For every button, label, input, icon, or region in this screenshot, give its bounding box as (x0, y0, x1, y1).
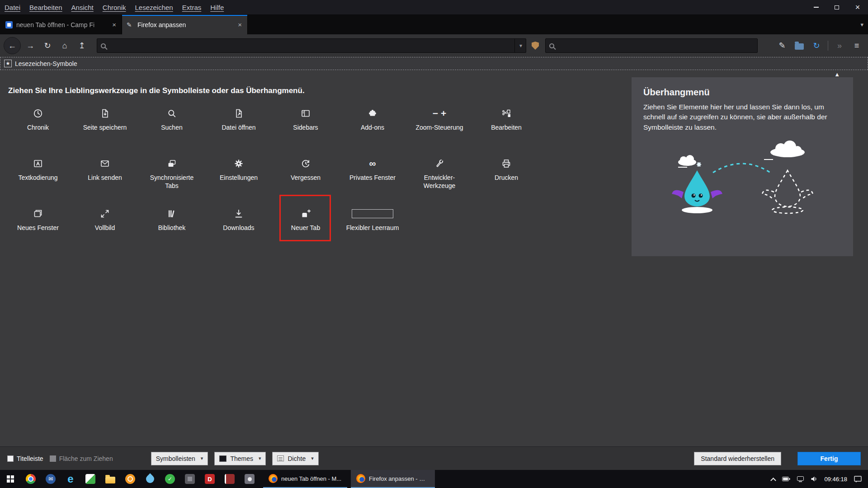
menu-lesezeichen[interactable]: Lesezeichen (130, 0, 177, 15)
taskbar-edge[interactable]: e (61, 470, 80, 488)
back-button[interactable]: ← (4, 37, 21, 54)
tab-favicon (5, 21, 13, 28)
menu-ansicht[interactable]: Ansicht (67, 0, 98, 15)
customize-instruction: Ziehen Sie Ihre Lieblingswerkzeuge in di… (8, 86, 305, 95)
menu-chronik[interactable]: Chronik (98, 0, 131, 15)
search-input[interactable] (558, 42, 754, 49)
network-icon[interactable] (797, 476, 804, 482)
taskbar-gray-app[interactable] (180, 470, 200, 488)
restore-defaults-button[interactable]: Standard wiederherstellen (694, 452, 781, 465)
hidden-icons-chevron-icon[interactable] (771, 477, 777, 483)
start-button[interactable] (0, 470, 21, 488)
folder-icon (795, 43, 804, 50)
url-bar[interactable]: ▾ (97, 38, 526, 53)
tool-neues-fenster[interactable]: Neues Fenster (5, 204, 71, 254)
action-center-icon[interactable] (854, 476, 862, 483)
dragspace-checkbox[interactable] (50, 455, 56, 462)
overflow-panel-description: Ziehen Sie Elemente hier her und lassen … (643, 102, 841, 132)
tool-suchen[interactable]: Suchen (138, 103, 205, 154)
scroll-up-arrow-icon[interactable]: ▲ (834, 71, 840, 78)
tab-camp-firefox[interactable]: neuen Tab öffnen - Camp Fi × (1, 15, 122, 34)
battery-icon[interactable] (782, 477, 790, 481)
firefox-icon (356, 474, 365, 483)
taskbar-search-app[interactable] (120, 470, 140, 488)
tool-datei-oeffnen[interactable]: Datei öffnen (205, 103, 272, 154)
search-icon (101, 43, 106, 48)
overflow-chevrons-icon[interactable]: » (832, 38, 847, 53)
taskbar-d-app[interactable]: D (200, 470, 220, 488)
chevron-down-icon: ▾ (311, 455, 314, 461)
maximize-icon (835, 5, 839, 9)
search-bar[interactable] (545, 38, 758, 53)
taskbar-check-app[interactable]: ✓ (160, 470, 180, 488)
ublock-shield-icon[interactable] (532, 42, 539, 50)
menu-hilfe[interactable]: Hilfe (206, 0, 228, 15)
minimize-button[interactable] (806, 0, 826, 15)
tool-chronik[interactable]: Chronik (5, 103, 71, 154)
tool-flexibler-leerraum[interactable]: Flexibler Leerraum (339, 204, 406, 254)
tool-textkodierung[interactable]: Textkodierung (5, 154, 71, 204)
taskbar-clock[interactable]: 09:46:18 (824, 476, 847, 483)
tool-privates-fenster[interactable]: ∞ Privates Fenster (339, 154, 406, 204)
toolbars-dropdown[interactable]: Symbolleisten ▾ (151, 452, 208, 465)
url-dropdown-chevron-icon[interactable]: ▾ (514, 39, 522, 52)
taskbar-capture-app[interactable] (240, 470, 259, 488)
volume-icon[interactable] (811, 476, 817, 482)
taskbar-file-explorer[interactable] (100, 470, 120, 488)
save-to-toolbar-button[interactable]: ↥ (74, 38, 90, 53)
sync-button[interactable]: ↻ (809, 38, 824, 53)
density-dropdown[interactable]: Dichte ▾ (272, 452, 318, 465)
reload-button[interactable]: ↻ (40, 38, 55, 53)
taskbar-thunderbird[interactable]: ✉ (41, 470, 61, 488)
new-window-icon (33, 207, 43, 220)
tool-entwickler-werkzeuge[interactable]: Entwickler-Werkzeuge (406, 154, 473, 204)
tool-link-senden[interactable]: Link senden (71, 154, 138, 204)
bookmarks-star-icon: ★ (4, 60, 12, 67)
titlebar-checkbox[interactable] (7, 455, 14, 462)
close-window-button[interactable]: × (847, 0, 868, 15)
close-tab-icon[interactable]: × (111, 21, 117, 28)
taskbar-chrome[interactable] (21, 470, 41, 488)
themes-dropdown[interactable]: Themes ▾ (214, 452, 266, 465)
gray-app-icon (185, 474, 195, 484)
taskbar-window-firefox-2[interactable]: Firefox anpassen - Mo... (351, 470, 435, 488)
notes-pencil-icon[interactable]: ✎ (774, 38, 790, 53)
tool-seite-speichern[interactable]: Seite speichern (71, 103, 138, 154)
menu-datei[interactable]: Datei (0, 0, 25, 15)
tool-zoom-steuerung[interactable]: − + Zoom-Steuerung (406, 103, 473, 154)
minimize-icon (814, 7, 819, 8)
menu-hamburger-button[interactable]: ≡ (849, 38, 864, 53)
folder-button[interactable] (792, 38, 807, 53)
green-check-icon: ✓ (165, 474, 175, 484)
done-button[interactable]: Fertig (797, 452, 861, 465)
taskbar-window-firefox-1[interactable]: neuen Tab öffnen - M... (263, 470, 347, 488)
tool-downloads[interactable]: Downloads (205, 204, 272, 254)
bookmarks-symbols-item[interactable]: Lesezeichen-Symbole (15, 60, 77, 67)
taskbar-feather-app[interactable] (140, 470, 160, 488)
overflow-illustration (643, 139, 841, 218)
tool-sidebars[interactable]: Sidebars (272, 103, 339, 154)
tool-synchronisierte-tabs[interactable]: Synchronisierte Tabs (138, 154, 205, 204)
tab-firefox-anpassen[interactable]: ✎ Firefox anpassen × (122, 15, 248, 34)
tool-bearbeiten[interactable]: Bearbeiten (473, 103, 540, 154)
menu-extras[interactable]: Extras (178, 0, 206, 15)
tool-drucken[interactable]: Drucken (473, 154, 540, 204)
customize-brush-icon: ✎ (127, 21, 134, 28)
close-tab-icon[interactable]: × (237, 21, 243, 28)
dragspace-checkbox-group[interactable]: Fläche zum Ziehen (50, 455, 113, 462)
forward-button[interactable]: → (23, 38, 38, 53)
menu-bearbeiten[interactable]: Bearbeiten (25, 0, 67, 15)
tool-bibliothek[interactable]: Bibliothek (138, 204, 205, 254)
maximize-button[interactable] (826, 0, 847, 15)
tool-vollbild[interactable]: Vollbild (71, 204, 138, 254)
tool-einstellungen[interactable]: Einstellungen (205, 154, 272, 204)
tool-addons[interactable]: Add-ons (339, 103, 406, 154)
taskbar-book-app[interactable] (220, 470, 240, 488)
envelope-icon (99, 157, 110, 170)
home-button[interactable]: ⌂ (57, 38, 72, 53)
taskbar-greenshot[interactable] (80, 470, 100, 488)
customize-page: ▲ Ziehen Sie Ihre Lieblingswerkzeuge in … (0, 70, 868, 446)
all-tabs-chevron-icon[interactable]: ▾ (860, 15, 863, 34)
titlebar-checkbox-group[interactable]: Titelleiste (7, 455, 43, 462)
url-input[interactable] (109, 42, 514, 49)
